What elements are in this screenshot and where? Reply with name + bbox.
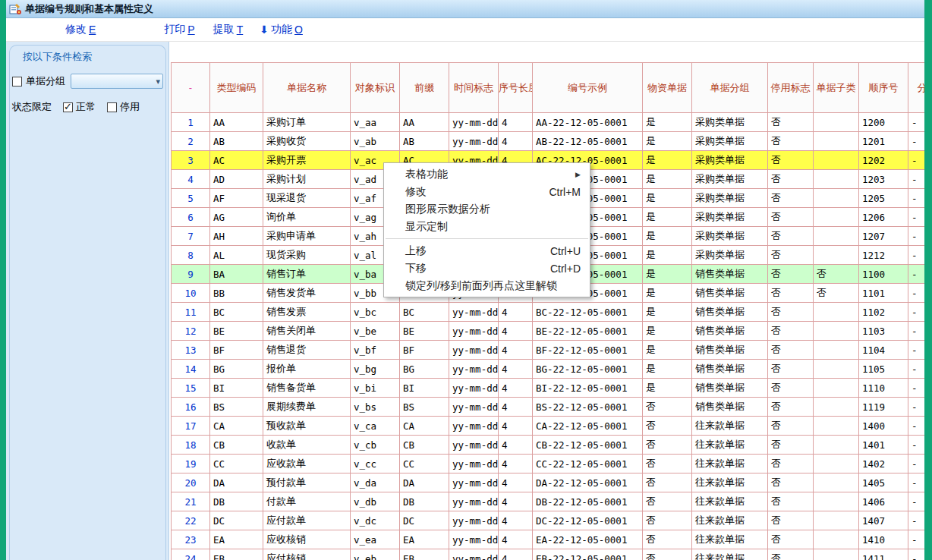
row-number-cell[interactable]: 15 bbox=[172, 379, 210, 398]
row-number-cell[interactable]: 9 bbox=[172, 265, 210, 284]
cell[interactable]: 1405 bbox=[859, 473, 908, 492]
cell[interactable]: 1102 bbox=[859, 303, 908, 322]
cell[interactable]: - bbox=[908, 208, 925, 227]
cell[interactable] bbox=[814, 246, 859, 265]
status-checkbox-normal[interactable] bbox=[63, 102, 73, 112]
cell[interactable]: 否 bbox=[643, 530, 692, 549]
cell[interactable]: yy-mm-dd bbox=[449, 398, 499, 417]
column-header-10[interactable]: 停用标志 bbox=[768, 63, 814, 113]
column-header-5[interactable]: 时间标志 bbox=[449, 63, 499, 113]
cell[interactable]: 否 bbox=[768, 284, 814, 303]
cell[interactable]: 1212 bbox=[859, 246, 908, 265]
cell[interactable]: 否 bbox=[768, 379, 814, 398]
cell[interactable]: BI bbox=[210, 379, 263, 398]
cell[interactable]: - bbox=[908, 417, 925, 436]
cell[interactable]: 1411 bbox=[859, 549, 908, 560]
cell[interactable]: 1407 bbox=[859, 511, 908, 530]
cell[interactable]: BA bbox=[210, 265, 263, 284]
cell[interactable]: DC bbox=[210, 511, 263, 530]
row-number-cell[interactable]: 23 bbox=[172, 530, 210, 549]
cell[interactable]: AD bbox=[210, 170, 263, 189]
cell[interactable]: 4 bbox=[499, 341, 533, 360]
table-row[interactable]: 11BC销售发票v_bcBCyy-mm-dd4BC-22-12-05-0001是… bbox=[172, 303, 925, 322]
cell[interactable]: - bbox=[908, 265, 925, 284]
cell[interactable]: 采购类单据 bbox=[692, 113, 768, 132]
cell[interactable]: 1402 bbox=[859, 455, 908, 473]
table-row[interactable]: 20DA预付款单v_daDAyy-mm-dd4DA-22-12-05-0001否… bbox=[172, 473, 925, 492]
row-number-cell[interactable]: 7 bbox=[172, 227, 210, 246]
row-number-cell[interactable]: 10 bbox=[172, 284, 210, 303]
cell[interactable]: 往来款单据 bbox=[692, 417, 768, 436]
cell[interactable]: 否 bbox=[814, 284, 859, 303]
cell[interactable]: 否 bbox=[768, 360, 814, 379]
cell[interactable]: 销售类单据 bbox=[692, 379, 768, 398]
cell[interactable]: yy-mm-dd bbox=[449, 360, 499, 379]
cell[interactable]: yy-mm-dd bbox=[449, 492, 499, 511]
row-number-cell[interactable]: 3 bbox=[172, 151, 210, 170]
cell[interactable]: 否 bbox=[768, 341, 814, 360]
toolbar-item-function[interactable]: ⬇功能O bbox=[260, 23, 303, 36]
cell[interactable]: v_bc bbox=[351, 303, 400, 322]
table-row[interactable]: 17CA预收款单v_caCAyy-mm-dd4CA-22-12-05-0001否… bbox=[172, 417, 925, 436]
cell[interactable] bbox=[814, 303, 859, 322]
cell[interactable]: CA bbox=[400, 417, 449, 436]
cell[interactable]: 4 bbox=[499, 549, 533, 560]
cell[interactable]: 是 bbox=[643, 265, 692, 284]
cell[interactable]: v_be bbox=[351, 322, 400, 341]
cell[interactable]: 4 bbox=[499, 113, 533, 132]
toolbar-item-print[interactable]: 打印P bbox=[164, 23, 194, 36]
cell[interactable]: 否 bbox=[768, 189, 814, 208]
cell[interactable] bbox=[814, 227, 859, 246]
cell[interactable]: v_cc bbox=[351, 455, 400, 473]
cell[interactable]: yy-mm-dd bbox=[449, 303, 499, 322]
cell[interactable]: AG bbox=[210, 208, 263, 227]
cell[interactable]: - bbox=[908, 170, 925, 189]
cell[interactable]: 销售类单据 bbox=[692, 265, 768, 284]
column-header-7[interactable]: 编号示例 bbox=[533, 63, 643, 113]
cell[interactable]: BS bbox=[210, 398, 263, 417]
cell[interactable]: 是 bbox=[643, 227, 692, 246]
cell[interactable]: 往来款单据 bbox=[692, 436, 768, 455]
cell[interactable]: - bbox=[908, 549, 925, 560]
cell[interactable]: 采购类单据 bbox=[692, 208, 768, 227]
cell[interactable]: v_bi bbox=[351, 379, 400, 398]
table-row[interactable]: 16BS展期续费单v_bsBSyy-mm-dd4BS-22-12-05-0001… bbox=[172, 398, 925, 417]
cell[interactable]: 4 bbox=[499, 492, 533, 511]
menu-item-3[interactable]: 显示定制 bbox=[384, 218, 590, 235]
cell[interactable]: 采购计划 bbox=[263, 170, 351, 189]
cell[interactable]: 销售类单据 bbox=[692, 303, 768, 322]
table-row[interactable]: 2AB采购收货v_abAByy-mm-dd4AB-22-12-05-0001是采… bbox=[172, 132, 925, 151]
cell[interactable] bbox=[814, 170, 859, 189]
cell[interactable] bbox=[814, 132, 859, 151]
cell[interactable] bbox=[814, 473, 859, 492]
cell[interactable] bbox=[814, 322, 859, 341]
cell[interactable] bbox=[814, 530, 859, 549]
cell[interactable]: - bbox=[908, 151, 925, 170]
column-header-3[interactable]: 对象标识 bbox=[351, 63, 400, 113]
table-row[interactable]: 18CB收款单v_cbCByy-mm-dd4CB-22-12-05-0001否往… bbox=[172, 436, 925, 455]
cell[interactable]: BI bbox=[400, 379, 449, 398]
column-header-0[interactable]: - bbox=[172, 63, 210, 113]
row-number-cell[interactable]: 6 bbox=[172, 208, 210, 227]
cell[interactable]: 否 bbox=[643, 473, 692, 492]
menu-item-5[interactable]: 上移Ctrl+U bbox=[384, 242, 590, 260]
cell[interactable]: 是 bbox=[643, 322, 692, 341]
cell[interactable] bbox=[814, 151, 859, 170]
cell[interactable]: DA bbox=[400, 473, 449, 492]
cell[interactable]: - bbox=[908, 189, 925, 208]
cell[interactable]: v_cb bbox=[351, 436, 400, 455]
cell[interactable]: 销售备货单 bbox=[263, 379, 351, 398]
cell[interactable] bbox=[814, 511, 859, 530]
row-number-cell[interactable]: 21 bbox=[172, 492, 210, 511]
cell[interactable]: - bbox=[908, 113, 925, 132]
cell[interactable]: 付款单 bbox=[263, 492, 351, 511]
cell[interactable]: 往来款单据 bbox=[692, 511, 768, 530]
cell[interactable]: 销售类单据 bbox=[692, 341, 768, 360]
cell[interactable]: yy-mm-dd bbox=[449, 473, 499, 492]
row-number-cell[interactable]: 18 bbox=[172, 436, 210, 455]
cell[interactable]: 1400 bbox=[859, 417, 908, 436]
cell[interactable]: - bbox=[908, 341, 925, 360]
cell[interactable]: 否 bbox=[768, 132, 814, 151]
cell[interactable]: 预付款单 bbox=[263, 473, 351, 492]
row-number-cell[interactable]: 22 bbox=[172, 511, 210, 530]
